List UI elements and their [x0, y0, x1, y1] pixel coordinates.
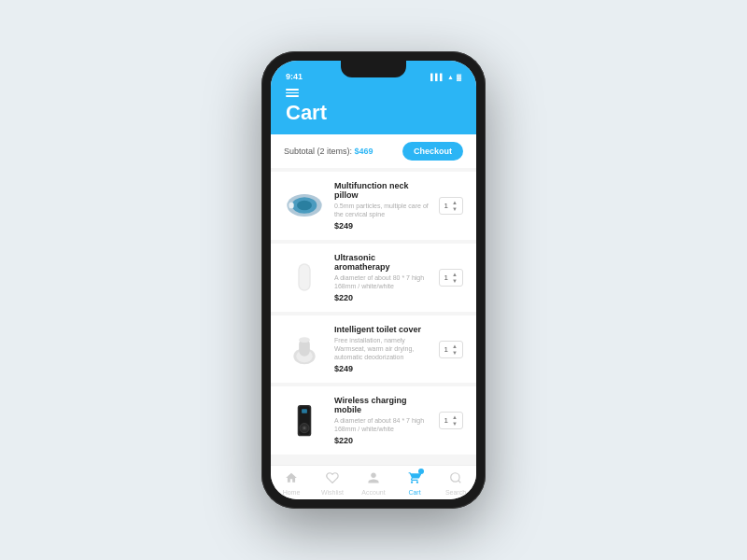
product-info-toilet: Intelligent toilet cover Free installati…	[334, 325, 430, 373]
product-info-neck-pillow: Multifunction neck pillow 0.5mm particle…	[334, 181, 430, 231]
page-title: Cart	[286, 101, 461, 125]
phone-frame: 9:41 ▌▌▌ ▲ ▓ Cart Subtotal (2 items): $4…	[261, 51, 486, 509]
qty-down-arrow[interactable]: ▼	[452, 421, 458, 427]
cart-item: Wireless charging mobile A diameter of a…	[271, 386, 476, 455]
product-desc: A diameter of about 80 * 7 high 168mm / …	[334, 273, 430, 290]
product-image-toilet	[284, 329, 325, 370]
svg-point-14	[303, 427, 306, 429]
qty-up-arrow[interactable]: ▲	[452, 272, 458, 277]
product-name: Intelligent toilet cover	[334, 325, 430, 334]
nav-item-home[interactable]: Home	[271, 471, 312, 496]
svg-rect-3	[289, 203, 293, 209]
product-name: Ultrasonic aromatherapy	[334, 253, 430, 272]
product-price: $220	[334, 436, 430, 445]
subtotal-bar: Subtotal (2 items): $469 Checkout	[271, 134, 476, 168]
qty-arrows[interactable]: ▲ ▼	[452, 200, 458, 212]
subtotal-label: Subtotal (2 items):	[284, 147, 352, 156]
status-time: 9:41	[286, 72, 303, 81]
qty-arrows[interactable]: ▲ ▼	[452, 414, 458, 427]
quantity-control[interactable]: 1 ▲ ▼	[439, 197, 463, 215]
quantity-control[interactable]: 1 ▲ ▼	[439, 341, 463, 358]
status-icons: ▌▌▌ ▲ ▓	[430, 74, 461, 80]
quantity-value: 1	[444, 202, 448, 210]
nav-item-wishlist[interactable]: Wishlist	[312, 471, 353, 496]
cart-item: Ultrasonic aromatherapy A diameter of ab…	[271, 244, 476, 312]
menu-button[interactable]	[286, 89, 461, 97]
quantity-control[interactable]: 1 ▲ ▼	[439, 412, 463, 429]
qty-down-arrow[interactable]: ▼	[452, 278, 458, 284]
subtotal-text: Subtotal (2 items): $469	[284, 147, 374, 156]
phone-screen: 9:41 ▌▌▌ ▲ ▓ Cart Subtotal (2 items): $4…	[271, 61, 476, 499]
account-icon	[367, 471, 380, 487]
battery-icon: ▓	[457, 74, 461, 80]
product-name: Multifunction neck pillow	[334, 181, 430, 200]
subtotal-price: $469	[355, 147, 374, 156]
svg-point-9	[299, 337, 310, 343]
product-image-charger	[284, 400, 325, 441]
nav-label-search: Search	[445, 489, 466, 496]
phone-notch	[341, 61, 406, 77]
qty-arrows[interactable]: ▲ ▼	[452, 343, 458, 356]
product-price: $249	[334, 364, 430, 373]
nav-item-account[interactable]: Account	[353, 471, 394, 496]
cart-badge-dot	[418, 469, 424, 474]
quantity-value: 1	[444, 273, 448, 282]
quantity-control[interactable]: 1 ▲ ▼	[439, 269, 463, 287]
qty-up-arrow[interactable]: ▲	[452, 200, 458, 205]
nav-item-search[interactable]: Search	[435, 471, 476, 496]
search-icon	[449, 471, 462, 487]
bottom-navigation: Home Wishlist Account	[271, 465, 476, 499]
cart-item: Multifunction neck pillow 0.5mm particle…	[271, 172, 476, 240]
nav-label-wishlist: Wishlist	[321, 489, 344, 496]
product-desc: 0.5mm particles, multiple care of the ce…	[334, 202, 430, 218]
quantity-value: 1	[444, 345, 448, 354]
qty-arrows[interactable]: ▲ ▼	[452, 272, 458, 284]
product-info-charger: Wireless charging mobile A diameter of a…	[334, 396, 430, 445]
product-desc: Free installation, namely Warmseat, warm…	[334, 336, 430, 361]
home-icon	[285, 471, 298, 487]
wifi-icon: ▲	[447, 74, 454, 80]
nav-label-home: Home	[283, 489, 301, 496]
cart-icon	[408, 471, 421, 487]
product-image-aromatherapy	[284, 257, 325, 298]
product-price: $249	[334, 221, 430, 231]
heart-icon	[326, 471, 339, 487]
quantity-value: 1	[444, 416, 448, 425]
checkout-button[interactable]: Checkout	[402, 142, 463, 161]
product-price: $220	[334, 293, 430, 302]
cart-items-list: Multifunction neck pillow 0.5mm particle…	[271, 168, 476, 466]
app-header: Cart	[271, 85, 476, 134]
product-name: Wireless charging mobile	[334, 396, 430, 414]
nav-item-cart[interactable]: Cart	[394, 471, 435, 496]
svg-point-2	[297, 201, 312, 211]
svg-point-16	[451, 473, 459, 482]
product-desc: A diameter of about 84 * 7 high 168mm / …	[334, 416, 430, 433]
product-info-aromatherapy: Ultrasonic aromatherapy A diameter of ab…	[334, 253, 430, 302]
svg-rect-5	[300, 265, 310, 290]
qty-up-arrow[interactable]: ▲	[452, 414, 458, 420]
qty-down-arrow[interactable]: ▼	[452, 350, 458, 356]
nav-label-cart: Cart	[408, 489, 420, 496]
qty-up-arrow[interactable]: ▲	[452, 343, 458, 349]
cart-item: Intelligent toilet cover Free installati…	[271, 315, 476, 383]
svg-rect-15	[302, 409, 307, 413]
qty-down-arrow[interactable]: ▼	[452, 206, 458, 212]
signal-icon: ▌▌▌	[430, 74, 444, 80]
product-image-neck-pillow	[284, 185, 325, 226]
nav-label-account: Account	[361, 489, 385, 496]
